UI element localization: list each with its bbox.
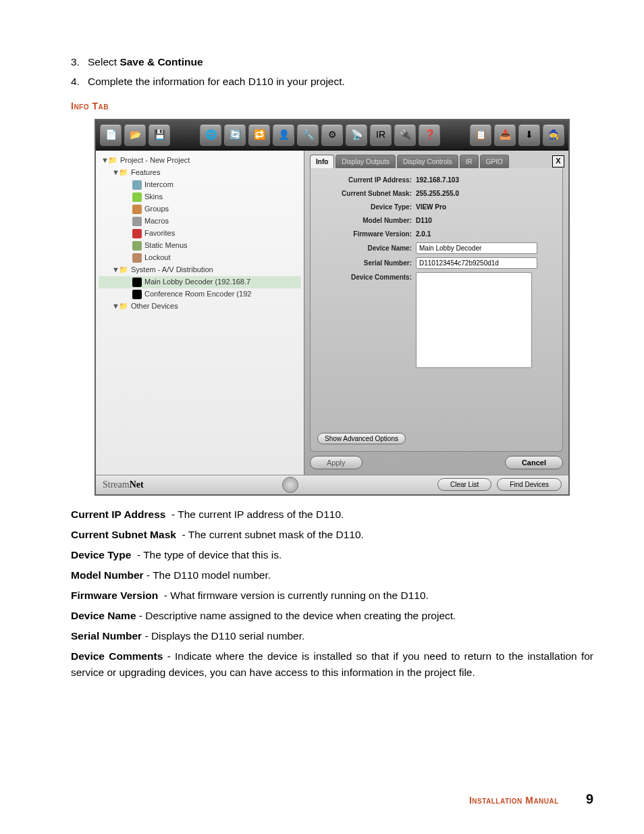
toolbar-button[interactable]: ❓: [419, 124, 440, 146]
description-text: - The current IP address of the D110.: [169, 509, 344, 520]
info-row: Firmware Version:2.0.1: [317, 229, 556, 239]
toolbar-button[interactable]: 🌐: [200, 124, 221, 146]
toolbar-button[interactable]: 🔧: [297, 124, 319, 146]
folder-icon: 📁: [119, 264, 128, 276]
info-row: Device Comments:: [317, 272, 556, 368]
step-number: 3.: [71, 54, 88, 70]
expand-arrow-icon[interactable]: ▼: [112, 301, 119, 312]
tree-system[interactable]: ▼ 📁 System - A/V Distribution: [99, 264, 301, 276]
step-number: 4.: [71, 74, 88, 89]
info-value: 192.168.7.103: [416, 175, 459, 185]
description-text: - Displays the D110 serial number.: [142, 630, 304, 642]
toolbar-button[interactable]: 📡: [346, 124, 367, 146]
app-screenshot: 📄 📂 💾 🌐 🔄 🔁 👤 🔧 ⚙ 📡 IR 🔌 ❓ 📋 📥 ⬇ 🧙 ▼ 📁 P…: [95, 119, 570, 496]
tree-device-item[interactable]: Main Lobby Decoder (192.168.7: [99, 276, 301, 288]
apply-button[interactable]: Apply: [310, 456, 363, 469]
footer-title: Installation Manual: [469, 793, 559, 808]
feature-icon: [132, 229, 142, 238]
description-text: - Descriptive name assigned to the devic…: [136, 610, 456, 621]
description-line: Firmware Version - What firmware version…: [71, 588, 593, 604]
tabs-row: Info Display Outputs Display Controls IR…: [310, 155, 564, 168]
toolbar-button[interactable]: 🧙: [543, 124, 564, 146]
expand-arrow-icon[interactable]: ▼: [112, 264, 119, 276]
tree-other[interactable]: ▼ 📁 Other Devices: [99, 301, 301, 313]
description-term: Firmware Version: [71, 590, 158, 601]
info-label: Device Comments:: [317, 272, 416, 282]
step-text: Complete the information for each D110 i…: [88, 74, 345, 89]
close-button[interactable]: X: [552, 155, 564, 167]
toolbar-button[interactable]: 📄: [100, 124, 122, 146]
feature-icon: [132, 192, 142, 202]
section-heading-info-tab: Info Tab: [71, 99, 593, 113]
description-term: Current IP Address: [71, 509, 165, 520]
step-3: 3. Select Save & Continue: [71, 54, 593, 70]
tree-root[interactable]: ▼ 📁 Project - New Project: [99, 155, 301, 167]
status-icon[interactable]: [282, 477, 298, 493]
folder-icon: 📁: [108, 155, 117, 166]
description-term: Device Comments: [71, 650, 163, 662]
description-line: Serial Number - Displays the D110 serial…: [71, 628, 593, 644]
expand-arrow-icon[interactable]: ▼: [101, 155, 108, 166]
folder-icon: 📁: [119, 167, 128, 178]
description-text: - The D110 model number.: [144, 569, 271, 581]
description-line: Device Type - The type of device that th…: [71, 547, 593, 563]
info-value: 255.255.255.0: [416, 188, 459, 199]
toolbar-button[interactable]: 👤: [273, 124, 294, 146]
info-input[interactable]: [416, 257, 537, 269]
tree-feature-item[interactable]: Skins: [99, 191, 301, 203]
info-row: Model Number:D110: [317, 215, 556, 226]
description-text: - The type of device that this is.: [134, 549, 282, 561]
tab-ir[interactable]: IR: [460, 155, 479, 168]
tab-info[interactable]: Info: [310, 155, 334, 168]
tree-feature-item[interactable]: Intercom: [99, 179, 301, 191]
tree-feature-item[interactable]: Static Menus: [99, 240, 301, 252]
description-text: - What firmware version is currently run…: [161, 590, 429, 601]
tab-display-outputs[interactable]: Display Outputs: [336, 155, 396, 168]
description-term: Device Name: [71, 610, 136, 621]
description-text: - The current subnet mask of the D110.: [179, 529, 364, 540]
page-footer: Installation Manual 9: [71, 789, 593, 809]
info-label: Device Type:: [317, 202, 416, 212]
tree-feature-item[interactable]: Macros: [99, 215, 301, 228]
toolbar-button[interactable]: 📂: [124, 124, 146, 146]
find-devices-button[interactable]: Find Devices: [497, 478, 562, 491]
info-input[interactable]: [416, 242, 537, 254]
expand-arrow-icon[interactable]: ▼: [112, 167, 119, 178]
toolbar-button[interactable]: 📥: [494, 124, 516, 146]
info-row: Device Type:VIEW Pro: [317, 202, 556, 212]
clear-list-button[interactable]: Clear List: [437, 478, 491, 491]
toolbar-button[interactable]: 🔌: [394, 124, 416, 146]
toolbar-button[interactable]: ⬇: [518, 124, 540, 146]
folder-icon: 📁: [119, 301, 128, 312]
info-label: Device Name:: [317, 243, 416, 253]
tree-feature-item[interactable]: Favorites: [99, 228, 301, 240]
description-line: Current IP Address - The current IP addr…: [71, 506, 593, 523]
feature-icon: [132, 253, 142, 263]
info-label: Current Subnet Mask:: [317, 188, 416, 199]
toolbar-button[interactable]: 📋: [470, 124, 491, 146]
cancel-button[interactable]: Cancel: [505, 456, 563, 469]
page-number: 9: [586, 789, 593, 809]
description-term: Device Type: [71, 549, 131, 561]
main-toolbar: 📄 📂 💾 🌐 🔄 🔁 👤 🔧 ⚙ 📡 IR 🔌 ❓ 📋 📥 ⬇ 🧙: [96, 120, 568, 151]
toolbar-button[interactable]: 💾: [149, 124, 170, 146]
toolbar-button[interactable]: 🔄: [224, 124, 246, 146]
description-line: Device Name - Descriptive name assigned …: [71, 608, 593, 624]
tree-feature-item[interactable]: Groups: [99, 203, 301, 215]
device-comments-input[interactable]: [416, 272, 532, 368]
tree-device-item[interactable]: Conference Room Encoder (192: [99, 288, 301, 301]
device-icon: [132, 278, 142, 287]
toolbar-button[interactable]: 🔁: [248, 124, 270, 146]
feature-icon: [132, 241, 142, 251]
toolbar-button[interactable]: ⚙: [321, 124, 343, 146]
info-row: Device Name:: [317, 242, 556, 254]
description-term: Serial Number: [71, 630, 142, 642]
tab-display-controls[interactable]: Display Controls: [397, 155, 458, 168]
tree-feature-item[interactable]: Lockout: [99, 252, 301, 264]
show-advanced-button[interactable]: Show Advanced Options: [317, 433, 406, 444]
project-tree[interactable]: ▼ 📁 Project - New Project ▼ 📁 Features I…: [96, 151, 304, 475]
tab-gpio[interactable]: GPIO: [480, 155, 509, 168]
toolbar-button[interactable]: IR: [370, 124, 392, 146]
info-row: Current IP Address:192.168.7.103: [317, 175, 556, 185]
tree-features[interactable]: ▼ 📁 Features: [99, 167, 301, 179]
